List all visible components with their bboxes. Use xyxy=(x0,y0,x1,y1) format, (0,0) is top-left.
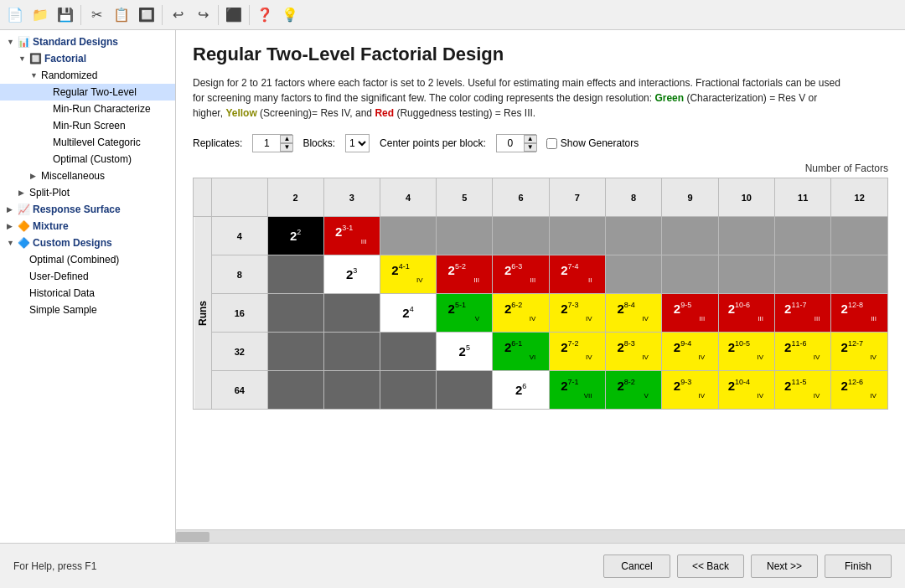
sidebar-item-optimal-custom[interactable]: Optimal (Custom) xyxy=(0,151,175,168)
toolbar-something[interactable]: ⬛ xyxy=(222,3,246,27)
design-cell-r2-c10[interactable]: 212-8III xyxy=(831,294,888,333)
toolbar-open[interactable]: 📁 xyxy=(28,3,52,27)
show-generators-label[interactable]: Show Generators xyxy=(546,137,639,149)
sidebar-item-mixture[interactable]: ▶🔶Mixture xyxy=(0,218,175,235)
design-cell-r3-c2[interactable] xyxy=(380,333,436,371)
toolbar-new[interactable]: 📄 xyxy=(3,3,27,27)
design-cell-r4-c0[interactable] xyxy=(267,371,323,410)
replicates-input[interactable] xyxy=(253,135,280,152)
toolbar-cut[interactable]: ✂ xyxy=(85,3,108,27)
design-cell-r1-c0[interactable] xyxy=(267,255,323,294)
sidebar-item-user-defined[interactable]: User-Defined xyxy=(0,268,175,285)
center-points-down[interactable]: ▼ xyxy=(524,143,537,152)
sidebar-item-miscellaneous[interactable]: ▶Miscellaneous xyxy=(0,168,175,184)
design-cell-r3-c9[interactable]: 211-6IV xyxy=(775,333,831,371)
sidebar-item-regular-two-level[interactable]: Regular Two-Level xyxy=(0,84,175,101)
sidebar-item-historical-data[interactable]: Historical Data xyxy=(0,285,175,302)
design-cell-r1-c5[interactable]: 27-4II xyxy=(549,255,605,294)
design-cell-r3-c0[interactable] xyxy=(267,333,323,371)
design-cell-r3-c7[interactable]: 29-4IV xyxy=(662,333,718,371)
center-points-spinner[interactable]: ▲ ▼ xyxy=(496,134,536,152)
design-cell-r4-c7[interactable]: 29-3IV xyxy=(662,371,718,410)
toolbar-redo[interactable]: ↪ xyxy=(191,3,215,27)
design-cell-r4-c10[interactable]: 212-6IV xyxy=(831,371,888,410)
toolbar-save[interactable]: 💾 xyxy=(54,3,77,27)
back-button[interactable]: << Back xyxy=(677,554,744,578)
sidebar-item-min-run-screen[interactable]: Min-Run Screen xyxy=(0,117,175,134)
toolbar-undo[interactable]: ↩ xyxy=(166,3,189,27)
design-cell-r0-c9[interactable] xyxy=(775,217,831,255)
horizontal-scrollbar[interactable] xyxy=(176,529,905,543)
blocks-select[interactable]: 1 2 4 xyxy=(345,134,370,152)
design-cell-r1-c7[interactable] xyxy=(662,255,718,294)
design-cell-r2-c7[interactable]: 29-5III xyxy=(662,294,718,333)
design-cell-r3-c4[interactable]: 26-1VI xyxy=(493,333,549,371)
center-points-up[interactable]: ▲ xyxy=(524,135,537,143)
design-cell-r4-c9[interactable]: 211-5IV xyxy=(775,371,831,410)
design-cell-r2-c8[interactable]: 210-6III xyxy=(718,294,774,333)
sidebar-item-custom-designs[interactable]: ▼🔷Custom Designs xyxy=(0,235,175,251)
design-cell-r3-c6[interactable]: 28-3IV xyxy=(606,333,662,371)
design-cell-r4-c3[interactable] xyxy=(437,371,493,410)
design-cell-r0-c3[interactable] xyxy=(437,217,493,255)
design-cell-r4-c8[interactable]: 210-4IV xyxy=(718,371,774,410)
design-cell-r2-c3[interactable]: 25-1V xyxy=(437,294,493,333)
design-cell-r4-c2[interactable] xyxy=(380,371,436,410)
replicates-down[interactable]: ▼ xyxy=(280,143,293,152)
design-cell-r0-c0[interactable]: 22 xyxy=(267,217,323,255)
design-cell-r0-c8[interactable] xyxy=(718,217,774,255)
design-cell-r2-c9[interactable]: 211-7III xyxy=(775,294,831,333)
design-cell-r1-c2[interactable]: 24-1IV xyxy=(380,255,436,294)
design-cell-r0-c2[interactable] xyxy=(380,217,436,255)
design-cell-r1-c1[interactable]: 23 xyxy=(323,255,380,294)
sidebar-item-optimal-combined[interactable]: Optimal (Combined) xyxy=(0,251,175,268)
design-cell-r0-c10[interactable] xyxy=(831,217,888,255)
design-cell-r1-c10[interactable] xyxy=(831,255,888,294)
design-cell-r2-c2[interactable]: 24 xyxy=(380,294,436,333)
design-cell-r4-c1[interactable] xyxy=(323,371,380,410)
sidebar-item-randomized[interactable]: ▼Randomized xyxy=(0,67,175,84)
design-cell-r3-c10[interactable]: 212-7IV xyxy=(831,333,888,371)
design-cell-r3-c3[interactable]: 25 xyxy=(437,333,493,371)
design-cell-r2-c1[interactable] xyxy=(323,294,380,333)
toolbar-copy[interactable]: 📋 xyxy=(110,3,133,27)
design-cell-r1-c3[interactable]: 25-2III xyxy=(437,255,493,294)
sidebar-item-response-surface[interactable]: ▶📈Response Surface xyxy=(0,201,175,218)
sidebar-item-factorial[interactable]: ▼🔲Factorial xyxy=(0,50,175,67)
sidebar-item-multilevel[interactable]: Multilevel Categoric xyxy=(0,134,175,151)
sidebar-item-min-run-char[interactable]: Min-Run Characterize xyxy=(0,101,175,117)
design-cell-r0-c6[interactable] xyxy=(606,217,662,255)
cancel-button[interactable]: Cancel xyxy=(603,554,670,578)
design-cell-r2-c6[interactable]: 28-4IV xyxy=(606,294,662,333)
sidebar-item-simple-sample[interactable]: Simple Sample xyxy=(0,302,175,318)
design-cell-r1-c9[interactable] xyxy=(775,255,831,294)
toolbar-help[interactable]: ❓ xyxy=(253,3,277,27)
design-cell-r3-c5[interactable]: 27-2IV xyxy=(549,333,605,371)
design-cell-r0-c4[interactable] xyxy=(493,217,549,255)
sidebar-item-standard-designs[interactable]: ▼📊Standard Designs xyxy=(0,34,175,50)
replicates-spinner[interactable]: ▲ ▼ xyxy=(252,134,292,152)
design-cell-r0-c1[interactable]: 23-1III xyxy=(323,217,380,255)
design-cell-r1-c8[interactable] xyxy=(718,255,774,294)
design-cell-r1-c6[interactable] xyxy=(606,255,662,294)
show-generators-checkbox[interactable] xyxy=(546,138,557,149)
design-cell-r4-c6[interactable]: 28-2V xyxy=(606,371,662,410)
design-cell-r4-c4[interactable]: 26 xyxy=(493,371,549,410)
replicates-up[interactable]: ▲ xyxy=(280,135,293,143)
design-cell-r1-c4[interactable]: 26-3III xyxy=(493,255,549,294)
design-cell-r3-c1[interactable] xyxy=(323,333,380,371)
design-cell-r2-c5[interactable]: 27-3IV xyxy=(549,294,605,333)
design-table-container[interactable]: 23456789101112Runs42223-1III82324-1IV25-… xyxy=(193,178,888,410)
design-cell-r0-c7[interactable] xyxy=(662,217,718,255)
next-button[interactable]: Next >> xyxy=(751,554,818,578)
design-cell-r3-c8[interactable]: 210-5IV xyxy=(718,333,774,371)
design-cell-r4-c5[interactable]: 27-1VII xyxy=(549,371,605,410)
design-cell-r2-c4[interactable]: 26-2IV xyxy=(493,294,549,333)
center-points-input[interactable] xyxy=(497,135,524,152)
design-cell-r0-c5[interactable] xyxy=(549,217,605,255)
design-cell-r2-c0[interactable] xyxy=(267,294,323,333)
toolbar-tip[interactable]: 💡 xyxy=(278,3,302,27)
sidebar-item-split-plot[interactable]: ▶Split-Plot xyxy=(0,184,175,201)
finish-button[interactable]: Finish xyxy=(825,554,892,578)
toolbar-paste[interactable]: 🔲 xyxy=(135,3,158,27)
